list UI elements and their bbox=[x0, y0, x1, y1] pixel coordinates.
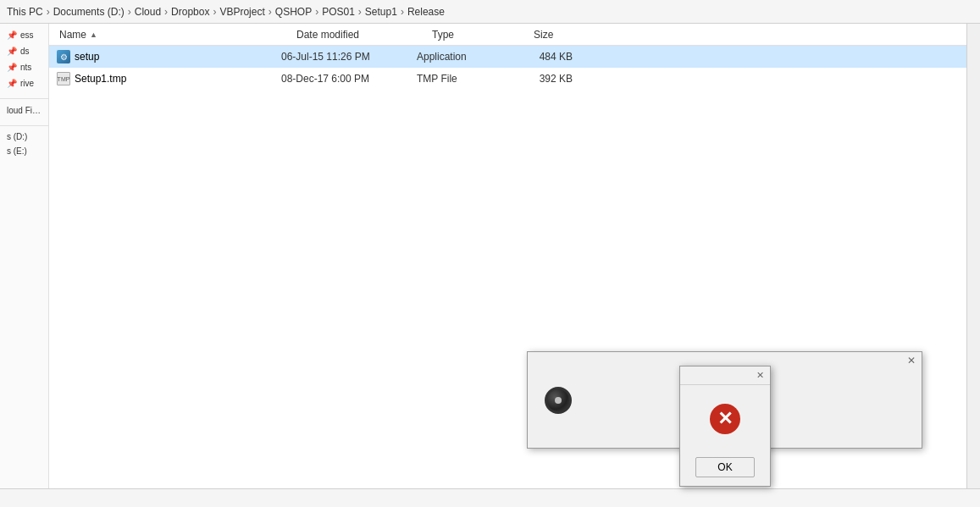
breadcrumb-dropbox[interactable]: Dropbox bbox=[171, 6, 209, 18]
sidebar-label-ess: ess bbox=[20, 30, 34, 40]
sidebar: 📌 ess 📌 ds 📌 nts 📌 rive loud Files bbox=[0, 24, 49, 488]
col-header-type[interactable]: Type bbox=[425, 25, 527, 44]
setup-type: Application bbox=[410, 51, 512, 63]
sidebar-cloud-files[interactable]: loud Files bbox=[0, 102, 48, 118]
setup-size: 484 KB bbox=[512, 51, 579, 63]
status-bar bbox=[0, 488, 980, 507]
file-name-setup1tmp: TMP Setup1.tmp bbox=[53, 71, 274, 86]
sidebar-item-ds[interactable]: 📌 ds bbox=[0, 43, 48, 59]
col-header-name[interactable]: Name ▲ bbox=[53, 25, 290, 44]
file-name-setup: setup bbox=[53, 49, 274, 64]
table-row[interactable]: setup 06-Jul-15 11:26 PM Application 484… bbox=[49, 46, 966, 68]
sep8: › bbox=[401, 6, 404, 18]
setup1tmp-size: 392 KB bbox=[512, 73, 579, 85]
scrollbar[interactable] bbox=[966, 24, 980, 488]
address-bar: This PC › Documents (D:) › Cloud › Dropb… bbox=[0, 0, 980, 24]
sep6: › bbox=[315, 6, 318, 18]
sidebar-item-nts[interactable]: 📌 nts bbox=[0, 59, 48, 75]
sep3: › bbox=[164, 6, 168, 18]
breadcrumb[interactable]: This PC › Documents (D:) › Cloud › Dropb… bbox=[7, 6, 445, 18]
breadcrumb-vbproject[interactable]: VBProject bbox=[219, 6, 264, 18]
table-row[interactable]: TMP Setup1.tmp 08-Dec-17 6:00 PM TMP Fil… bbox=[49, 68, 966, 90]
tmp-icon-img: TMP bbox=[57, 72, 70, 85]
setup-icon-img bbox=[57, 50, 70, 63]
col-name-label: Name bbox=[59, 29, 86, 41]
sidebar-drive-e[interactable]: s (E:) bbox=[0, 144, 48, 158]
sidebar-label-ds: ds bbox=[20, 47, 30, 56]
breadcrumb-pos01[interactable]: POS01 bbox=[322, 6, 355, 18]
setup1tmp-date: 08-Dec-17 6:00 PM bbox=[274, 73, 410, 85]
breadcrumb-this-pc[interactable]: This PC bbox=[7, 6, 43, 18]
sep2: › bbox=[128, 6, 131, 18]
cd-disc-icon bbox=[545, 387, 572, 414]
sidebar-cloud-section: loud Files bbox=[0, 98, 48, 118]
sep4: › bbox=[213, 6, 216, 18]
error-x-icon: ✕ bbox=[710, 404, 740, 434]
sort-arrow: ▲ bbox=[90, 30, 97, 39]
bg-dialog-close-button[interactable]: ✕ bbox=[905, 354, 918, 367]
setup1tmp-type: TMP File bbox=[410, 73, 512, 85]
sidebar-item-rive[interactable]: 📌 rive bbox=[0, 75, 48, 91]
pin-icon-2: 📌 bbox=[7, 47, 17, 56]
col-header-size[interactable]: Size bbox=[527, 25, 595, 44]
error-dialog-close-button[interactable]: ✕ bbox=[753, 369, 767, 383]
pin-icon-4: 📌 bbox=[7, 79, 17, 88]
sep5: › bbox=[269, 6, 272, 18]
sidebar-drive-d[interactable]: s (D:) bbox=[0, 130, 48, 144]
setup-name-label: setup bbox=[75, 51, 99, 63]
breadcrumb-cloud[interactable]: Cloud bbox=[135, 6, 161, 18]
breadcrumb-documents[interactable]: Documents (D:) bbox=[53, 6, 125, 18]
sidebar-item-ess[interactable]: 📌 ess bbox=[0, 27, 48, 43]
error-dialog-titlebar: ✕ bbox=[680, 366, 770, 385]
sidebar-cloud-label: loud Files bbox=[7, 106, 42, 115]
breadcrumb-qshop[interactable]: QSHOP bbox=[275, 6, 312, 18]
error-dialog-body: ✕ bbox=[680, 385, 770, 452]
sep1: › bbox=[47, 6, 50, 18]
setup-date: 06-Jul-15 11:26 PM bbox=[274, 51, 410, 63]
pin-icon-3: 📌 bbox=[7, 63, 17, 72]
breadcrumb-setup1[interactable]: Setup1 bbox=[365, 6, 397, 18]
error-dialog[interactable]: ✕ ✕ OK bbox=[679, 366, 771, 487]
column-headers: Name ▲ Date modified Type Size bbox=[49, 24, 966, 46]
pin-icon-1: 📌 bbox=[7, 30, 17, 40]
setup1tmp-name-label: Setup1.tmp bbox=[75, 73, 126, 85]
setup-app-icon bbox=[56, 49, 71, 64]
col-header-date[interactable]: Date modified bbox=[290, 25, 425, 44]
sidebar-drives-section: s (D:) s (E:) bbox=[0, 125, 48, 158]
tmp-file-icon: TMP bbox=[56, 71, 71, 86]
sep7: › bbox=[358, 6, 362, 18]
error-dialog-footer: OK bbox=[680, 452, 770, 486]
ok-button[interactable]: OK bbox=[695, 457, 755, 477]
sidebar-label-rive: rive bbox=[20, 79, 34, 88]
breadcrumb-release[interactable]: Release bbox=[407, 6, 445, 18]
sidebar-label-nts: nts bbox=[20, 63, 31, 72]
